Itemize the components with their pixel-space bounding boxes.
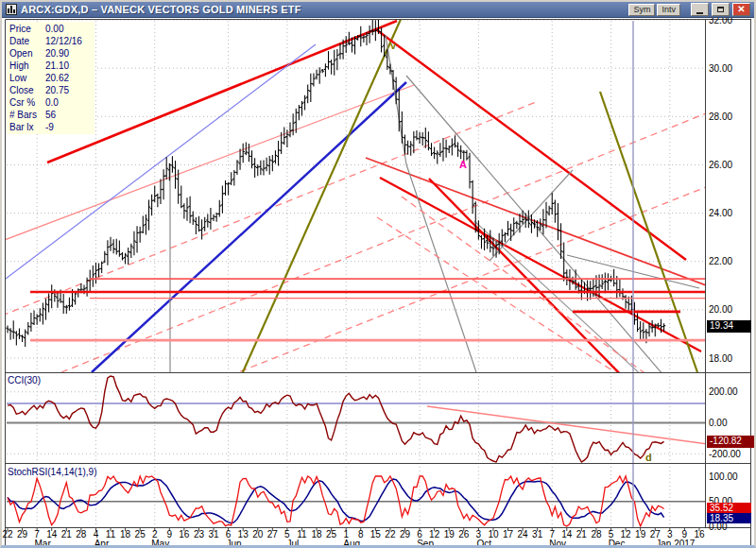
svg-text:Jan 2017: Jan 2017	[656, 539, 696, 548]
svg-text:30.00: 30.00	[709, 63, 732, 74]
info-row-bars: # Bars56	[9, 109, 94, 121]
close-icon: ✕	[737, 5, 745, 14]
svg-text:0.00: 0.00	[709, 418, 728, 428]
svg-text:20: 20	[252, 529, 264, 539]
svg-text:Oct: Oct	[477, 539, 492, 548]
svg-text:16: 16	[694, 529, 705, 539]
svg-text:25: 25	[326, 529, 337, 539]
info-row-barlx: Bar lx-9	[9, 121, 94, 133]
restore-icon	[717, 7, 724, 12]
svg-text:100.00: 100.00	[709, 471, 738, 482]
svg-text:16: 16	[179, 529, 190, 539]
svg-text:31: 31	[208, 529, 219, 539]
last-price-badge: 19.34	[707, 320, 751, 333]
chart-window: vAd32.0030.0028.0026.0024.0022.0020.0018…	[0, 0, 756, 548]
cci-pane-label: CCI(30)	[8, 375, 41, 385]
title-bar[interactable]: ARCX:GDX,D – VANECK VECTORS GOLD MINERS …	[2, 2, 754, 18]
stochrsi-d-badge: 18.35	[707, 513, 751, 523]
app-icon	[6, 4, 17, 15]
svg-text:19: 19	[444, 529, 455, 539]
stochrsi-pane-label: StochRSI(14,14(1),9)	[8, 467, 97, 477]
svg-text:d: d	[645, 452, 652, 463]
svg-text:24: 24	[518, 529, 529, 539]
svg-text:27: 27	[267, 529, 279, 539]
svg-text:21: 21	[61, 529, 73, 539]
svg-text:19: 19	[635, 529, 646, 539]
svg-text:28.00: 28.00	[709, 111, 732, 122]
svg-text:18.00: 18.00	[709, 353, 732, 364]
info-row-close: Close20.75	[9, 84, 94, 96]
restore-button[interactable]	[712, 3, 730, 16]
svg-text:Mar: Mar	[35, 539, 52, 548]
svg-text:Dec: Dec	[609, 539, 626, 548]
minimize-button[interactable]	[691, 3, 709, 16]
svg-text:Jul: Jul	[287, 539, 300, 548]
svg-text:15: 15	[370, 529, 382, 539]
svg-text:Apr: Apr	[94, 539, 110, 548]
svg-text:23: 23	[194, 529, 205, 539]
svg-text:28: 28	[591, 529, 602, 539]
svg-text:A: A	[459, 159, 467, 170]
svg-text:Sep: Sep	[417, 539, 434, 548]
svg-text:26.00: 26.00	[709, 160, 732, 170]
interval-button[interactable]: Intv	[657, 4, 680, 16]
info-row-open: Open20.90	[9, 47, 94, 60]
quote-info-panel: Price0.00 Date12/12/16 Open20.90 High21.…	[7, 22, 94, 134]
svg-text:200.00: 200.00	[709, 386, 738, 397]
close-button[interactable]: ✕	[732, 3, 750, 16]
svg-text:-200.00: -200.00	[709, 449, 741, 459]
svg-text:18: 18	[311, 529, 322, 539]
cci-value-badge: -120.82	[707, 436, 754, 448]
svg-text:17: 17	[503, 529, 514, 539]
svg-text:26: 26	[458, 529, 470, 539]
minimize-icon	[696, 12, 703, 14]
svg-text:29: 29	[17, 529, 28, 539]
info-row-low: Low20.62	[9, 72, 94, 84]
svg-text:29: 29	[400, 529, 411, 539]
svg-text:May: May	[151, 539, 169, 548]
svg-text:21: 21	[576, 529, 588, 539]
svg-text:24.00: 24.00	[709, 208, 732, 218]
chart-canvas: vAd32.0030.0028.0026.0024.0022.0020.0018…	[2, 2, 756, 548]
info-row-csr: Csr %0.0	[9, 96, 94, 109]
info-row-price: Price0.00	[9, 23, 94, 35]
svg-text:22.00: 22.00	[709, 256, 732, 266]
svg-text:v: v	[390, 40, 397, 51]
svg-text:20.00: 20.00	[709, 304, 732, 315]
svg-text:22: 22	[2, 529, 13, 539]
symbol-button[interactable]: Sym	[628, 4, 655, 16]
info-row-high: High21.10	[9, 60, 94, 72]
window-title: ARCX:GDX,D – VANECK VECTORS GOLD MINERS …	[21, 4, 627, 15]
svg-text:22: 22	[385, 529, 396, 539]
svg-text:Jun: Jun	[227, 539, 242, 548]
info-row-date: Date12/12/16	[9, 35, 94, 47]
svg-text:25: 25	[135, 529, 146, 539]
window-controls: ✕	[688, 3, 750, 16]
svg-text:28: 28	[76, 529, 87, 539]
svg-text:31: 31	[532, 529, 543, 539]
svg-text:18: 18	[120, 529, 131, 539]
svg-text:Nov: Nov	[549, 539, 566, 548]
stochrsi-k-badge: 35.52	[707, 503, 751, 513]
svg-text:Aug: Aug	[343, 539, 360, 548]
